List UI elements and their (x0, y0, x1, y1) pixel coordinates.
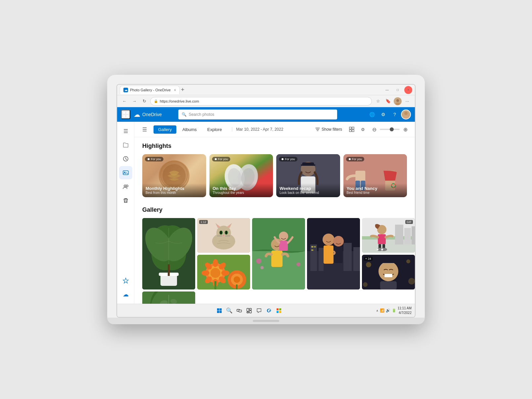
highlight-card-weekend[interactable]: For you Weekend recap Look back on the w… (276, 154, 340, 197)
task-view-btn[interactable] (235, 306, 244, 315)
apps-grid-btn[interactable] (121, 110, 130, 119)
toolbar-actions: ☆ 🔖 ··· (374, 97, 412, 106)
for-you-text-3: For you (285, 157, 295, 161)
svg-point-105 (210, 268, 220, 278)
wifi-icon[interactable]: 📶 (380, 308, 384, 313)
settings-btn[interactable]: ⚙ (378, 110, 388, 119)
svg-point-72 (256, 258, 261, 264)
volume-icon[interactable]: 🔊 (386, 308, 390, 313)
more-btn[interactable]: ··· (403, 97, 412, 106)
svg-rect-67 (252, 251, 305, 289)
svg-point-94 (377, 225, 386, 234)
zoom-slider[interactable] (380, 129, 400, 130)
sidebar-item-files[interactable] (119, 138, 132, 152)
onedrive-logo-icon: ☁ (134, 111, 140, 118)
highlight-sub-1: Best from this month (146, 191, 203, 195)
forward-btn[interactable]: → (130, 97, 138, 105)
svg-point-109 (221, 270, 229, 276)
globe-btn[interactable]: 🌐 (367, 110, 377, 119)
battery-icon[interactable]: 🔋 (392, 308, 396, 313)
sidebar-item-premium[interactable] (119, 274, 132, 287)
favorites-btn[interactable]: ☆ (374, 97, 382, 106)
main-layout: ☰ ☁ (117, 122, 415, 304)
svg-point-57 (219, 231, 223, 235)
zoom-controls: ⊖ ⊕ (370, 125, 410, 134)
photo-cat[interactable]: 1:12 (197, 218, 250, 253)
highlight-card-nancy[interactable]: For you You and Nancy Best friend time (343, 154, 407, 197)
sidebar-item-shared[interactable] (119, 180, 132, 193)
svg-rect-75 (307, 218, 360, 289)
svg-rect-135 (220, 308, 222, 311)
svg-rect-137 (220, 311, 222, 313)
system-tray-expand[interactable]: ∧ (376, 309, 378, 312)
sidebar-item-recycle[interactable] (119, 194, 132, 207)
svg-marker-53 (215, 223, 221, 228)
search-bar[interactable]: 🔍 Search photos (178, 110, 337, 119)
photo-flowers[interactable] (197, 255, 250, 289)
widgets-btn[interactable] (244, 306, 254, 315)
store-btn[interactable] (274, 306, 284, 315)
search-taskbar-btn[interactable]: 🔍 (225, 306, 234, 315)
svg-rect-96 (378, 244, 381, 249)
sidebar-item-menu[interactable]: ☰ (119, 124, 132, 138)
tab-close-btn[interactable]: × (174, 88, 176, 92)
sidebar-item-sync[interactable]: ☁ (119, 288, 132, 301)
user-avatar[interactable] (401, 110, 411, 119)
highlight-card-monthly[interactable]: For you Monthly Highlights Best from thi… (142, 154, 206, 197)
svg-marker-55 (216, 224, 220, 228)
taskbar: 🔍 (117, 304, 415, 317)
svg-point-130 (145, 291, 192, 304)
zoom-out-btn[interactable]: ⊖ (370, 125, 378, 134)
photo-couple[interactable] (307, 218, 360, 289)
photo-plant-small[interactable] (142, 291, 195, 304)
photo-girl-hat[interactable]: + 24 (362, 255, 415, 289)
window-controls: — □ × (383, 86, 412, 94)
photo-plant-large[interactable] (142, 218, 195, 289)
address-bar[interactable]: 🔒 https://onedrive.live.com (150, 97, 372, 106)
highlight-card-onthisday[interactable]: For you On this day Throughout the years (209, 154, 273, 197)
highlight-title-3: Weekend recap (280, 186, 337, 191)
tab-gallery[interactable]: Gallery (154, 125, 176, 134)
svg-point-60 (226, 231, 227, 234)
svg-marker-61 (223, 235, 225, 236)
for-you-text-4: For you (352, 157, 362, 161)
settings-view-btn[interactable]: ⚙ (359, 125, 367, 134)
edge-btn[interactable] (264, 306, 274, 315)
for-you-badge-onthisday: For you (212, 157, 231, 161)
photo-dad-kid[interactable] (252, 218, 305, 289)
svg-line-62 (217, 235, 222, 236)
back-btn[interactable]: ← (120, 97, 128, 105)
svg-point-70 (279, 232, 288, 241)
svg-rect-87 (334, 246, 343, 263)
browser-tab[interactable]: ☁ Photo Gallery - OneDrive × (120, 86, 180, 94)
maximize-btn[interactable]: □ (394, 86, 402, 94)
sidebar-item-photos[interactable] (119, 166, 132, 179)
svg-rect-66 (252, 218, 305, 289)
collections-btn[interactable]: 🔖 (384, 97, 392, 106)
sidebar-item-recent[interactable] (119, 152, 132, 165)
grid-view-btn[interactable] (347, 125, 356, 134)
svg-rect-88 (362, 218, 415, 253)
chat-btn[interactable] (254, 306, 264, 315)
help-btn[interactable]: ? (390, 110, 400, 119)
photo-rollerskate[interactable]: GIF (362, 218, 415, 253)
tab-explore[interactable]: Explore (203, 125, 227, 134)
svg-point-100 (377, 248, 378, 250)
refresh-btn[interactable]: ↻ (140, 97, 148, 105)
zoom-in-btn[interactable]: ⊕ (401, 125, 410, 134)
svg-point-43 (145, 220, 192, 275)
time-display: 11:11 AM 4/7/2022 (398, 306, 412, 315)
svg-rect-15 (352, 127, 354, 129)
tab-albums[interactable]: Albums (178, 125, 201, 134)
svg-rect-144 (277, 308, 279, 310)
start-btn[interactable] (215, 306, 224, 315)
filter-btn[interactable]: Show filters (313, 126, 345, 133)
minimize-btn[interactable]: — (383, 86, 391, 94)
nav-hamburger[interactable]: ☰ (140, 124, 150, 134)
tab-favicon: ☁ (123, 88, 128, 92)
profile-avatar[interactable] (394, 97, 402, 105)
svg-point-59 (220, 231, 222, 234)
close-btn[interactable]: × (404, 86, 412, 94)
new-tab-btn[interactable]: + (181, 86, 185, 93)
svg-point-12 (126, 185, 128, 187)
